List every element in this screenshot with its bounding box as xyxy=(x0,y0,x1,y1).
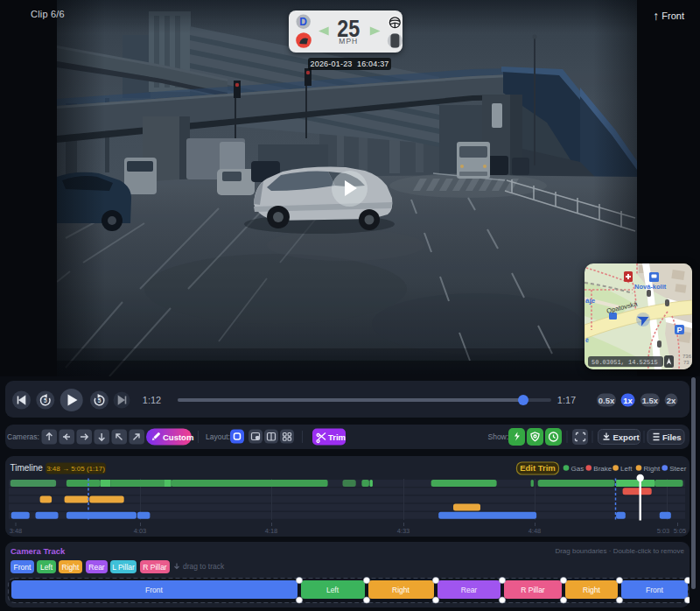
svg-text:ě: ě xyxy=(585,337,589,343)
svg-text:50.03051, 14.52515: 50.03051, 14.52515 xyxy=(592,359,658,366)
svg-text:5: 5 xyxy=(98,397,102,404)
svg-text:Custom: Custom xyxy=(163,432,193,442)
svg-text:Right: Right xyxy=(583,586,600,594)
svg-text:Left: Left xyxy=(40,563,53,572)
svg-text:Left: Left xyxy=(620,465,633,473)
svg-text:Right: Right xyxy=(62,563,80,572)
svg-text:Rear: Rear xyxy=(461,586,478,594)
svg-text:Export: Export xyxy=(613,432,640,442)
svg-text:Trim: Trim xyxy=(328,432,346,442)
svg-text:Brake: Brake xyxy=(593,465,612,473)
svg-text:Drag boundaries · Double-click: Drag boundaries · Double-click to remove xyxy=(555,547,684,555)
svg-text:3:48: 3:48 xyxy=(10,527,23,535)
svg-text:Nová-kolit: Nová-kolit xyxy=(634,283,667,291)
svg-text:4:18: 4:18 xyxy=(265,527,278,535)
svg-text:Files: Files xyxy=(662,432,682,442)
svg-text:2x: 2x xyxy=(667,396,676,405)
svg-text:3:48 → 5:05 (1:17): 3:48 → 5:05 (1:17) xyxy=(46,465,105,473)
svg-text:R Pillar: R Pillar xyxy=(521,586,545,594)
svg-text:73: 73 xyxy=(683,360,690,365)
svg-text:Right: Right xyxy=(644,465,661,473)
svg-text:Rear: Rear xyxy=(88,563,105,572)
svg-text:Timeline: Timeline xyxy=(10,463,44,473)
svg-text:5: 5 xyxy=(44,397,47,404)
svg-text:Show:: Show: xyxy=(488,432,509,441)
svg-text:Left: Left xyxy=(326,586,340,594)
svg-text:5:05: 5:05 xyxy=(674,527,687,535)
svg-text:L Pillar: L Pillar xyxy=(112,563,135,572)
svg-text:Front: Front xyxy=(646,586,663,594)
svg-text:Front: Front xyxy=(14,563,32,572)
svg-text:4:48: 4:48 xyxy=(528,527,542,535)
svg-text:áje: áje xyxy=(585,297,596,305)
svg-text:0.5x: 0.5x xyxy=(598,396,615,405)
svg-text:Right: Right xyxy=(392,586,410,594)
svg-text:drag to track: drag to track xyxy=(183,562,225,571)
svg-text:1.5x: 1.5x xyxy=(642,396,659,405)
svg-text:4:33: 4:33 xyxy=(397,527,410,535)
svg-text:Edit Trim: Edit Trim xyxy=(520,463,556,473)
svg-text:Cameras:: Cameras: xyxy=(7,432,39,441)
svg-text:Gas: Gas xyxy=(571,465,584,473)
svg-text:1:17: 1:17 xyxy=(557,395,576,405)
svg-text:1x: 1x xyxy=(623,396,633,405)
svg-text:4:03: 4:03 xyxy=(134,527,147,535)
svg-text:Steer: Steer xyxy=(669,465,686,473)
svg-text:P: P xyxy=(676,326,682,334)
svg-text:MPH: MPH xyxy=(339,37,358,46)
svg-text:5:03: 5:03 xyxy=(657,527,670,535)
svg-text:736: 736 xyxy=(682,354,692,359)
svg-text:1:12: 1:12 xyxy=(143,395,161,405)
svg-text:D: D xyxy=(299,16,307,28)
svg-text:Camera Track: Camera Track xyxy=(10,546,66,556)
svg-text:R Pillar: R Pillar xyxy=(143,563,167,572)
svg-text:Front: Front xyxy=(145,586,163,594)
svg-text:Layout:: Layout: xyxy=(206,432,230,441)
